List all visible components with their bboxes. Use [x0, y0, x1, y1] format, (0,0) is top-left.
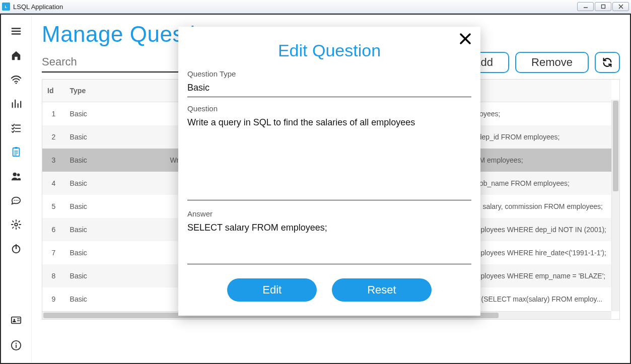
close-window-button[interactable]: [612, 2, 629, 11]
svg-point-7: [13, 173, 17, 176]
sidebar-item-chat[interactable]: [6, 191, 27, 210]
checklist-icon: [11, 122, 22, 133]
cell-type: Basic: [65, 195, 108, 218]
cell-id: 6: [42, 218, 65, 241]
info-icon: [11, 340, 22, 351]
wifi-icon: [11, 74, 22, 85]
gear-icon: [11, 219, 22, 230]
sidebar-item-tasks[interactable]: [6, 118, 27, 137]
window-titlebar: L LSQL Application: [0, 0, 631, 14]
cell-id: 2: [42, 125, 65, 149]
svg-point-18: [16, 343, 17, 344]
cell-type: Basic: [65, 102, 108, 125]
close-icon: [459, 33, 471, 45]
svg-point-16: [14, 319, 16, 321]
vertical-scrollbar[interactable]: [611, 100, 619, 311]
cell-type: Basic: [65, 172, 108, 195]
question-label: Question: [187, 104, 471, 113]
sidebar: [1, 15, 32, 363]
close-icon: [618, 4, 623, 9]
sidebar-item-power[interactable]: [6, 239, 27, 258]
sidebar-item-users[interactable]: [6, 167, 27, 186]
reset-button[interactable]: Reset: [332, 278, 431, 302]
cell-id: 3: [42, 149, 65, 172]
svg-point-8: [17, 174, 20, 177]
maximize-button[interactable]: [595, 2, 611, 11]
cell-type: Basic: [65, 287, 108, 311]
cell-id: 8: [42, 264, 65, 287]
id-card-icon: [11, 315, 22, 326]
svg-point-11: [18, 200, 19, 201]
power-icon: [11, 243, 22, 254]
cell-id: 4: [42, 172, 65, 195]
svg-point-12: [15, 223, 18, 226]
scroll-thumb[interactable]: [613, 101, 618, 191]
minimize-button[interactable]: [577, 2, 594, 11]
svg-rect-1: [601, 5, 605, 9]
svg-rect-15: [12, 317, 21, 324]
window-title: LSQL Application: [13, 3, 576, 11]
question-type-input[interactable]: [187, 80, 471, 97]
refresh-icon: [602, 57, 613, 68]
modal-title: Edit Question: [187, 41, 471, 60]
close-modal-button[interactable]: [459, 33, 471, 47]
maximize-icon: [601, 4, 606, 9]
sidebar-item-home[interactable]: [6, 46, 27, 65]
app-icon: L: [2, 3, 10, 11]
svg-rect-6: [15, 147, 18, 149]
bar-chart-icon: [11, 98, 22, 109]
svg-point-4: [16, 83, 17, 84]
sidebar-item-reports[interactable]: [6, 94, 27, 113]
sidebar-item-questions[interactable]: [6, 142, 27, 162]
answer-label: Answer: [187, 209, 471, 218]
remove-button[interactable]: Remove: [515, 52, 589, 73]
home-icon: [11, 50, 22, 61]
cell-id: 9: [42, 287, 65, 311]
edit-question-modal: Edit Question Question Type Question Ans…: [178, 27, 480, 316]
refresh-button[interactable]: [595, 52, 620, 73]
sidebar-item-card[interactable]: [6, 311, 27, 330]
sidebar-item-info[interactable]: [6, 336, 27, 355]
col-header-type[interactable]: Type: [65, 80, 108, 102]
cell-type: Basic: [65, 125, 108, 149]
question-type-label: Question Type: [187, 69, 471, 78]
cell-id: 1: [42, 102, 65, 125]
svg-point-10: [16, 200, 17, 201]
minimize-icon: [583, 4, 588, 9]
cell-type: Basic: [65, 149, 108, 172]
svg-point-9: [14, 200, 15, 201]
cell-type: Basic: [65, 264, 108, 287]
users-icon: [11, 171, 22, 182]
answer-input[interactable]: [187, 220, 471, 264]
cell-id: 7: [42, 241, 65, 264]
sidebar-item-settings[interactable]: [6, 215, 27, 234]
hamburger-icon: [11, 26, 22, 37]
cell-type: Basic: [65, 241, 108, 264]
menu-toggle[interactable]: [6, 22, 27, 41]
col-header-id[interactable]: Id: [42, 80, 65, 102]
clipboard-icon: [11, 147, 22, 158]
cell-type: Basic: [65, 218, 108, 241]
sidebar-item-network[interactable]: [6, 70, 27, 89]
chat-icon: [11, 195, 22, 206]
edit-button[interactable]: Edit: [227, 278, 317, 302]
cell-id: 5: [42, 195, 65, 218]
svg-rect-19: [16, 344, 17, 348]
question-input[interactable]: [187, 115, 471, 200]
